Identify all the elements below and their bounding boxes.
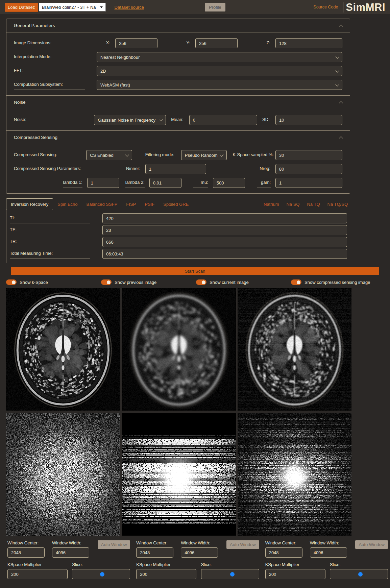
- lambda2-input[interactable]: [149, 178, 181, 188]
- interpolation-select[interactable]: Nearest Neigbhbour: [97, 52, 342, 62]
- load-dataset-button[interactable]: Load Dataset:: [5, 3, 38, 12]
- kspace-sampled-input[interactable]: [275, 150, 342, 160]
- sequence-panel: TI: TE: TR: Total Measuring Time:: [6, 210, 350, 263]
- noise-header[interactable]: Noise: [6, 95, 350, 109]
- interpolation-value: Nearest Neigbhbour: [100, 55, 140, 60]
- dataset-source-link[interactable]: Dataset source: [115, 5, 144, 10]
- gam-input[interactable]: [275, 178, 342, 188]
- filtering-mode-select[interactable]: Pseudo Random: [181, 150, 227, 160]
- tab-spin-echo[interactable]: Spin Echo: [53, 199, 82, 210]
- slider-thumb[interactable]: [358, 572, 363, 577]
- te-input[interactable]: [102, 225, 347, 235]
- tab-na-sq[interactable]: Na SQ: [283, 199, 303, 210]
- fft-value: 2D: [100, 69, 106, 74]
- computation-subsystem-select[interactable]: WebASM (fast): [97, 80, 342, 90]
- slider-thumb[interactable]: [230, 572, 235, 577]
- chevron-down-icon: [335, 69, 339, 72]
- ninner-input[interactable]: [145, 164, 206, 174]
- kspace-multiplier-input[interactable]: [7, 569, 68, 579]
- toggle-show-kspace[interactable]: Show k-Space: [6, 279, 101, 285]
- kspace-image-previous: [6, 413, 120, 536]
- kspace-multiplier-input[interactable]: [265, 569, 325, 579]
- chevron-down-icon: [335, 82, 339, 86]
- te-label: TE:: [10, 225, 90, 235]
- profile-button[interactable]: Profile: [205, 3, 225, 11]
- sequence-tabs: Inversion Recovery Spin Echo Balanced SS…: [6, 198, 351, 210]
- cs-enabled-select[interactable]: CS Enabled: [86, 150, 132, 160]
- dataset-select[interactable]: BrainWeb colin27 - 3T + Na: [39, 3, 106, 11]
- cs-params-row: Compressed Sensing Parameters: Ninner: N…: [14, 164, 342, 174]
- mean-label: Mean:: [171, 115, 186, 125]
- noise-select[interactable]: Gaussian Noise in Frequency Doma: [94, 115, 166, 125]
- image-dimensions-label: Image Dimensions:: [14, 38, 70, 48]
- auto-window-button[interactable]: Auto Window: [355, 540, 388, 549]
- toggle-switch[interactable]: [196, 279, 206, 285]
- lambda1-label: lambda 1:: [63, 178, 82, 188]
- compressed-sensing-label: Compressed Sensing:: [14, 150, 74, 160]
- cs-lambda-row: lambda 1: lambda 2: mu: gam:: [14, 178, 342, 188]
- slice-label: Slice:: [201, 562, 259, 567]
- ti-row: TI:: [10, 213, 347, 223]
- z-input[interactable]: [275, 38, 342, 48]
- slice-slider[interactable]: [201, 569, 259, 579]
- tab-na-tq[interactable]: Na TQ: [303, 199, 323, 210]
- nreg-input[interactable]: [275, 164, 342, 174]
- toggle-knob: [297, 280, 300, 284]
- toggle-show-previous-image[interactable]: Show previous image: [101, 279, 196, 285]
- tab-na-tq-sq[interactable]: Na TQ/SQ: [324, 199, 351, 210]
- slice-slider[interactable]: [330, 569, 388, 579]
- total-measuring-time-row: Total Measuring Time:: [10, 249, 347, 259]
- start-scan-button[interactable]: Start Scan: [11, 267, 379, 275]
- x-input[interactable]: [115, 38, 157, 48]
- window-center-input[interactable]: [136, 547, 173, 558]
- lambda1-input[interactable]: [87, 178, 119, 188]
- mean-input[interactable]: [189, 115, 257, 125]
- compressed-sensing-header[interactable]: Compressed Sensing: [6, 130, 350, 144]
- kspace-multiplier-input[interactable]: [136, 569, 196, 579]
- toggle-label: Show k-Space: [20, 280, 48, 285]
- slider-thumb[interactable]: [100, 572, 104, 577]
- auto-window-button[interactable]: Auto Window: [98, 540, 130, 549]
- toggle-switch[interactable]: [6, 279, 17, 285]
- chevron-up-icon[interactable]: [339, 24, 343, 28]
- toggle-show-cs-image[interactable]: Show compressed sensing image: [291, 279, 386, 285]
- tab-spoiled-gre[interactable]: Spoiled GRE: [159, 199, 193, 210]
- viewer-controls-compressed-sensing: Window Center: Window Width: Auto Window…: [264, 540, 389, 579]
- tab-natrium[interactable]: Natrium: [260, 199, 283, 210]
- y-input[interactable]: [195, 38, 238, 48]
- tr-input[interactable]: [102, 237, 347, 247]
- toggle-switch[interactable]: [101, 279, 112, 285]
- toggle-show-current-image[interactable]: Show current image: [196, 279, 291, 285]
- cs-enabled-value: CS Enabled: [90, 153, 113, 158]
- nreg-label: Nreg:: [223, 164, 270, 174]
- general-parameters-header[interactable]: General Parameters: [6, 19, 350, 32]
- slice-slider[interactable]: [72, 569, 130, 579]
- source-code-link[interactable]: Source Code: [313, 5, 338, 9]
- fft-select[interactable]: 2D: [97, 66, 342, 76]
- window-center-label: Window Center:: [265, 540, 302, 545]
- mu-input[interactable]: [213, 178, 245, 188]
- dropdown-arrow-icon: [100, 6, 103, 8]
- z-label: Z:: [244, 38, 270, 48]
- window-width-input[interactable]: [52, 547, 89, 558]
- window-width-input[interactable]: [310, 547, 347, 558]
- total-measuring-time-value[interactable]: [102, 249, 347, 259]
- auto-window-button[interactable]: Auto Window: [226, 540, 259, 549]
- chevron-up-icon[interactable]: [339, 101, 343, 105]
- chevron-up-icon[interactable]: [339, 136, 343, 140]
- tab-balanced-ssfp[interactable]: Balanced SSFP: [82, 199, 122, 210]
- window-width-input[interactable]: [181, 547, 218, 558]
- window-center-input[interactable]: [265, 547, 302, 558]
- tab-inversion-recovery[interactable]: Inversion Recovery: [6, 198, 53, 210]
- toggle-label: Show current image: [210, 280, 249, 285]
- window-center-input[interactable]: [7, 547, 45, 558]
- noise-label: Noise:: [14, 115, 82, 125]
- chevron-down-icon: [125, 153, 129, 156]
- mu-label: mu:: [193, 178, 208, 188]
- ti-input[interactable]: [102, 213, 347, 223]
- tab-psif[interactable]: PSIF: [140, 199, 159, 210]
- toggle-switch[interactable]: [291, 279, 301, 285]
- tab-fisp[interactable]: FISP: [122, 199, 140, 210]
- compressed-sensing-section: Compressed Sensing Compressed Sensing: C…: [6, 130, 350, 193]
- sd-input[interactable]: [275, 115, 342, 125]
